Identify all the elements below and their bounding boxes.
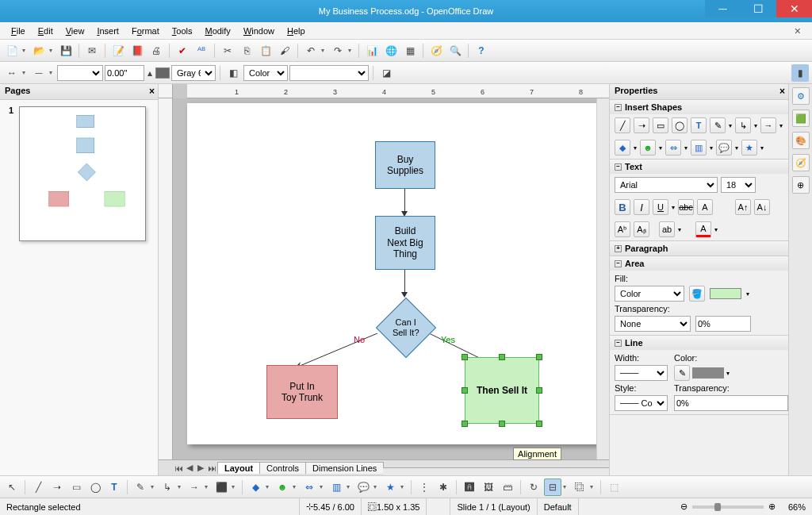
help-button[interactable]: ? (473, 42, 490, 60)
tool-connector[interactable]: ↳ (735, 117, 751, 133)
navigator-button[interactable]: 🧭 (427, 42, 445, 60)
line-width-input[interactable] (105, 65, 144, 81)
resize-handle[interactable] (536, 387, 542, 394)
italic-button[interactable]: I (634, 199, 649, 215)
redo-dropdown[interactable]: ▾ (348, 47, 354, 54)
arrow-dd[interactable]: ▾ (320, 483, 326, 490)
underline-button[interactable]: U (653, 199, 668, 215)
shape-buy[interactable]: Buy Supplies (375, 141, 435, 189)
tool-line[interactable]: ╱ (615, 117, 630, 133)
tool-arrow[interactable]: ➝ (634, 117, 649, 133)
tab-nav-prev[interactable]: ◀ (184, 463, 195, 473)
tool-flowchart[interactable]: ▥ (691, 140, 707, 156)
fill-mode-select[interactable]: Color (243, 65, 288, 81)
basic-dd[interactable]: ▾ (266, 483, 272, 490)
line-transparency-input[interactable] (674, 395, 788, 411)
font-select[interactable]: Arial (615, 177, 718, 193)
print-button[interactable]: 🖨 (147, 42, 165, 60)
flowchart-tool[interactable]: ▥ (327, 478, 345, 496)
maximize-button[interactable]: ☐ (741, 0, 776, 17)
vertical-scrollbar[interactable] (596, 98, 609, 459)
side-toggle-button[interactable]: ▮ (791, 64, 809, 82)
menu-help[interactable]: Help (281, 25, 312, 37)
font-color-button[interactable]: A (695, 221, 711, 237)
spellcheck-button[interactable]: ✔ (174, 42, 191, 60)
curve-tool[interactable]: ✎ (132, 478, 149, 496)
export-pdf-button[interactable]: 📕 (128, 42, 146, 60)
hyperlink-button[interactable]: 🌐 (382, 42, 400, 60)
open-button[interactable]: 📂 (30, 42, 48, 60)
tool-symbol[interactable]: ☻ (640, 140, 656, 156)
slide-thumbnail-1[interactable]: 1 (19, 106, 146, 241)
star-tool[interactable]: ★ (381, 478, 399, 496)
fontwork-tool[interactable]: 🅰 (461, 478, 478, 496)
extrusion-tool[interactable]: ⬚ (605, 478, 622, 496)
curve-dd[interactable]: ▾ (151, 483, 157, 490)
line-arrow-tool[interactable]: → (186, 478, 203, 496)
redo-button[interactable]: ↷ (329, 42, 347, 60)
properties-close-icon[interactable]: × (779, 86, 785, 97)
drawing-canvas[interactable]: No Yes Buy Supplies Build Next Big Thing… (173, 98, 596, 459)
sidebar-properties-icon[interactable]: ⚙ (792, 87, 810, 105)
tool-curve[interactable]: ✎ (710, 117, 726, 133)
tool-text[interactable]: T (691, 117, 707, 133)
section-paragraph[interactable]: Paragraph (625, 244, 668, 253)
resize-handle[interactable] (499, 354, 505, 360)
fill-mode-select[interactable]: Color (615, 286, 684, 302)
linearrow-dd[interactable]: ▾ (205, 483, 211, 490)
bold-button[interactable]: B (615, 199, 630, 215)
resize-handle[interactable] (499, 421, 505, 427)
line-color-swatch[interactable] (692, 367, 724, 379)
tab-layout[interactable]: Layout (217, 462, 260, 474)
tab-controls[interactable]: Controls (259, 462, 306, 474)
line-style-select[interactable]: ─── Co (615, 395, 668, 411)
new-dropdown[interactable]: ▾ (22, 47, 29, 54)
symbol-shapes-tool[interactable]: ☻ (274, 478, 291, 496)
minimize-button[interactable]: ─ (705, 0, 741, 17)
star-dd[interactable]: ▾ (400, 483, 407, 490)
fill-bucket-icon[interactable]: 🪣 (689, 286, 705, 302)
save-button[interactable]: 💾 (57, 42, 75, 60)
pages-close-icon[interactable]: × (149, 86, 155, 97)
ellipse-tool[interactable]: ◯ (86, 478, 104, 496)
mail-button[interactable]: ✉ (83, 42, 101, 60)
transparency-mode-select[interactable]: None (615, 316, 691, 332)
cut-button[interactable]: ✂ (219, 42, 236, 60)
section-insert-shapes[interactable]: Insert Shapes (625, 102, 682, 112)
line-width-select[interactable]: ─── (615, 365, 668, 381)
open-dropdown[interactable]: ▾ (49, 47, 56, 54)
drawing-page[interactable]: No Yes Buy Supplies Build Next Big Thing… (187, 103, 596, 444)
tool-star[interactable]: ★ (741, 140, 757, 156)
line-style-select[interactable] (57, 65, 103, 81)
callout-dd[interactable]: ▾ (373, 483, 380, 490)
align-dd[interactable]: ▾ (563, 483, 569, 490)
section-text[interactable]: Text (625, 162, 642, 171)
shape-toy-trunk[interactable]: Put In Toy Trunk (266, 365, 338, 419)
horizontal-scrollbar[interactable] (383, 467, 609, 475)
spinner-up[interactable]: ▴ (146, 64, 154, 82)
zoom-value[interactable]: 66% (782, 498, 812, 515)
section-line[interactable]: Line (625, 338, 643, 348)
block-arrows-tool[interactable]: ⇔ (301, 478, 318, 496)
flow-dd[interactable]: ▾ (347, 483, 353, 490)
menu-edit[interactable]: Edit (32, 25, 59, 37)
fill-color-select[interactable] (289, 65, 369, 81)
fill-color-swatch[interactable] (710, 288, 741, 299)
grow-font-button[interactable]: A↑ (735, 199, 751, 215)
arrange-dd[interactable]: ▾ (590, 483, 596, 490)
copy-button[interactable]: ⎘ (238, 42, 255, 60)
arrange-tool[interactable]: ⿻ (571, 478, 588, 496)
tool-block-arrow[interactable]: ⇔ (665, 140, 681, 156)
points-tool[interactable]: ⋮ (416, 478, 433, 496)
superscript-button[interactable]: Aᵇ (615, 221, 630, 237)
rect-tool[interactable]: ▭ (67, 478, 85, 496)
font-size-select[interactable]: 18 (721, 177, 756, 193)
tool-basic[interactable]: ◆ (615, 140, 630, 156)
edit-doc-button[interactable]: 📝 (109, 42, 127, 60)
tool-callout[interactable]: 💬 (716, 140, 732, 156)
shape-build[interactable]: Build Next Big Thing (375, 216, 435, 270)
tool-line-arrow[interactable]: → (760, 117, 776, 133)
undo-dropdown[interactable]: ▾ (321, 47, 327, 54)
tab-nav-next[interactable]: ▶ (195, 463, 206, 473)
menu-format[interactable]: Format (125, 25, 166, 37)
